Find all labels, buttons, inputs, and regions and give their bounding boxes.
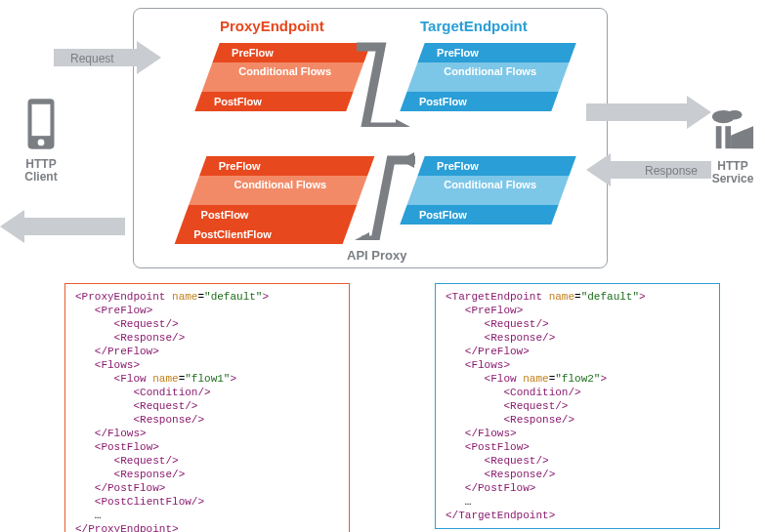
target-response-flow: PreFlow Conditional Flows PostFlow	[400, 156, 575, 225]
request-label: Request	[70, 52, 114, 65]
svg-rect-6	[725, 126, 731, 148]
stage-postclientflow: PostClientFlow	[175, 225, 350, 244]
request-arrow-out	[586, 96, 711, 129]
svg-point-2	[38, 140, 45, 146]
diagram-root: API Proxy ProxyEndpoint TargetEndpoint H…	[0, 0, 765, 532]
svg-marker-9	[586, 96, 711, 129]
connector-bottom	[352, 152, 420, 240]
service-label-2: Service	[712, 172, 754, 185]
factory-icon	[710, 107, 755, 152]
stage-preflow: PreFlow	[199, 156, 374, 176]
connector-top	[352, 39, 420, 127]
svg-rect-1	[32, 104, 51, 136]
proxy-request-flow: PreFlow Conditional Flows PostFlow	[194, 43, 370, 111]
proxy-response-flow: PreFlow Conditional Flows PostFlow PostC…	[175, 156, 375, 244]
svg-marker-11	[0, 210, 125, 243]
response-label: Response	[645, 164, 698, 178]
http-service-icon: HTTPService	[703, 107, 762, 185]
stage-conditional: Conditional Flows	[407, 62, 570, 92]
client-label-1: HTTP	[25, 157, 56, 171]
api-proxy-label: API Proxy	[347, 248, 406, 263]
svg-marker-12	[396, 119, 410, 127]
stage-postflow: PostFlow	[194, 92, 353, 111]
svg-marker-14	[355, 232, 369, 240]
stage-preflow: PreFlow	[417, 156, 575, 176]
stage-conditional: Conditional Flows	[407, 176, 570, 205]
stage-postflow: PostFlow	[400, 205, 558, 225]
target-endpoint-header: TargetEndpoint	[420, 18, 528, 34]
phone-icon	[24, 98, 58, 150]
svg-marker-7	[731, 126, 753, 148]
response-arrow-out	[0, 210, 125, 243]
http-client-icon: HTTPClient	[18, 98, 64, 184]
client-label-2: Client	[24, 170, 57, 184]
target-request-flow: PreFlow Conditional Flows PostFlow	[400, 43, 575, 111]
stage-conditional: Conditional Flows	[189, 176, 367, 205]
stage-conditional: Conditional Flows	[202, 62, 364, 92]
target-endpoint-xml: <TargetEndpoint name="default"> <PreFlow…	[435, 283, 720, 529]
stage-postflow: PostFlow	[400, 92, 558, 111]
svg-marker-13	[400, 152, 414, 168]
svg-point-4	[727, 110, 742, 120]
svg-rect-5	[716, 126, 722, 148]
proxy-endpoint-header: ProxyEndpoint	[220, 18, 324, 34]
service-label-1: HTTP	[717, 159, 747, 173]
stage-preflow: PreFlow	[212, 43, 370, 62]
stage-preflow: PreFlow	[417, 43, 575, 62]
stage-postflow: PostFlow	[182, 205, 357, 225]
proxy-endpoint-xml: <ProxyEndpoint name="default"> <PreFlow>…	[64, 283, 350, 532]
